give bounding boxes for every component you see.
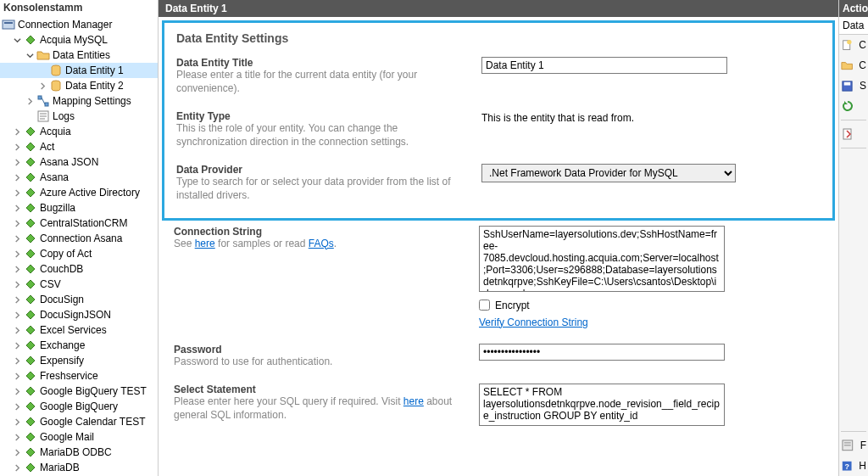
connection-icon: [24, 155, 37, 169]
chevron-right-icon[interactable]: [13, 463, 22, 473]
properties-icon: [841, 439, 854, 452]
tree-connection-item[interactable]: CentralStationCRM: [0, 216, 158, 231]
tree-data-entity-1[interactable]: Data Entity 1: [0, 63, 158, 78]
tree-data-entities[interactable]: Data Entities: [0, 48, 158, 63]
actions-header: Actio: [839, 0, 868, 17]
tree-connection-item[interactable]: Google BigQuery: [0, 399, 158, 414]
tree-label: Excel Services: [40, 324, 107, 336]
password-input[interactable]: [479, 344, 725, 361]
tree-connection-item[interactable]: Expensify: [0, 353, 158, 368]
tree-connection-item[interactable]: DocuSign: [0, 292, 158, 307]
tree-connection-item[interactable]: MariaDB: [0, 460, 158, 475]
tree-mapping-settings[interactable]: Mapping Settings: [0, 93, 158, 109]
connection-icon: [24, 400, 37, 413]
connstr-here-link[interactable]: here: [195, 238, 215, 249]
folder-icon: [841, 59, 853, 72]
tree-label: Acquia: [40, 126, 71, 137]
tree-connection-item[interactable]: Freshservice: [0, 368, 158, 384]
action-refresh[interactable]: [839, 96, 868, 116]
encrypt-label: Encrypt: [495, 300, 530, 311]
tree-acquia-mysql[interactable]: Acquia MySQL: [0, 32, 158, 48]
chevron-right-icon[interactable]: [13, 188, 22, 198]
tree-connection-item[interactable]: CouchDB: [0, 261, 158, 277]
chevron-down-icon[interactable]: [13, 36, 22, 45]
tree-label: MariaDB ODBC: [40, 446, 112, 458]
title-input[interactable]: [481, 57, 727, 74]
tree-connection-item[interactable]: DocuSignJSON: [0, 307, 158, 322]
chevron-right-icon[interactable]: [13, 204, 22, 213]
tree-logs[interactable]: Logs: [0, 109, 158, 124]
connection-icon: [24, 445, 37, 459]
action-export[interactable]: [839, 124, 868, 144]
tree-root[interactable]: Connection Manager: [0, 17, 158, 32]
tree-label: Connection Asana: [40, 232, 122, 244]
chevron-right-icon[interactable]: [13, 311, 22, 320]
connection-icon: [24, 415, 37, 428]
chevron-down-icon[interactable]: [25, 51, 35, 60]
chevron-right-icon[interactable]: [38, 81, 47, 91]
action-properties[interactable]: F: [839, 435, 868, 456]
chevron-right-icon[interactable]: [13, 372, 22, 381]
chevron-right-icon[interactable]: [13, 417, 22, 427]
tree-connection-item[interactable]: Google Mail: [0, 429, 158, 445]
connection-icon: [24, 323, 37, 337]
connection-icon: [24, 232, 37, 245]
tree-connection-item[interactable]: Asana JSON: [0, 154, 158, 170]
form-scroll[interactable]: Data Entity Settings Data Entity Title P…: [159, 17, 838, 476]
tree-label: Logs: [53, 110, 75, 122]
chevron-right-icon[interactable]: [25, 97, 35, 106]
chevron-right-icon[interactable]: [13, 280, 22, 289]
tree-connection-item[interactable]: Excel Services: [0, 322, 158, 338]
chevron-right-icon[interactable]: [13, 173, 22, 182]
entity-type-value: This is the entity that is read from.: [481, 110, 821, 124]
chevron-right-icon[interactable]: [13, 234, 22, 244]
chevron-right-icon[interactable]: [13, 433, 22, 442]
action-copy[interactable]: C: [839, 55, 868, 76]
connection-manager-icon: [2, 18, 15, 31]
tree-connection-item[interactable]: MariaDB ODBC: [0, 445, 158, 460]
action-clone[interactable]: C: [839, 35, 868, 55]
tree-label: Data Entity 2: [65, 80, 124, 92]
chevron-right-icon[interactable]: [13, 387, 22, 396]
tree-connection-item[interactable]: Connection Asana: [0, 231, 158, 246]
chevron-right-icon[interactable]: [13, 219, 22, 228]
entity-type-desc: This is the role of your entity. You can…: [176, 122, 465, 148]
chevron-right-icon[interactable]: [13, 143, 22, 152]
select-here-link[interactable]: here: [403, 395, 424, 407]
tree-label: Google BigQuery TEST: [40, 385, 147, 397]
verify-link[interactable]: Verify Connection String: [479, 316, 588, 328]
connection-icon: [24, 171, 37, 184]
chevron-right-icon[interactable]: [13, 295, 22, 305]
chevron-right-icon[interactable]: [13, 341, 22, 350]
action-save[interactable]: S: [839, 76, 868, 96]
connstr-textarea[interactable]: SshUserName=layersolutions.dev;SshHostNa…: [479, 226, 725, 292]
tree-connection-item[interactable]: Asana: [0, 170, 158, 185]
chevron-right-icon[interactable]: [13, 127, 22, 137]
tree-data-entity-2[interactable]: Data Entity 2: [0, 78, 158, 93]
tree-connection-item[interactable]: Google Calendar TEST: [0, 414, 158, 429]
save-icon: [841, 79, 854, 92]
tree-connection-item[interactable]: Exchange: [0, 338, 158, 353]
chevron-right-icon[interactable]: [13, 448, 22, 457]
tree-connection-item[interactable]: Copy of Act: [0, 246, 158, 261]
tree-connection-item[interactable]: Bugzilla: [0, 200, 158, 216]
chevron-right-icon[interactable]: [13, 158, 22, 167]
tree-label: Azure Active Directory: [40, 187, 140, 199]
encrypt-checkbox[interactable]: [479, 300, 490, 311]
chevron-right-icon[interactable]: [13, 265, 22, 274]
provider-select[interactable]: .Net Framework Data Provider for MySQL: [481, 164, 736, 182]
tree-connection-item[interactable]: Act: [0, 139, 158, 154]
chevron-right-icon[interactable]: [13, 356, 22, 366]
chevron-right-icon[interactable]: [13, 326, 22, 335]
chevron-right-icon[interactable]: [13, 402, 22, 412]
tree-label: Mapping Settings: [53, 95, 131, 107]
tree-connection-item[interactable]: Azure Active Directory: [0, 185, 158, 200]
action-help[interactable]: ?H: [839, 456, 868, 476]
chevron-right-icon[interactable]: [13, 249, 22, 259]
tree-connection-item[interactable]: CSV: [0, 277, 158, 292]
actions-tab[interactable]: Data: [839, 17, 868, 35]
tree-connection-item[interactable]: Google BigQuery TEST: [0, 384, 158, 399]
tree-connection-item[interactable]: Acquia: [0, 124, 158, 139]
connstr-faqs-link[interactable]: FAQs: [309, 238, 334, 249]
select-textarea[interactable]: SELECT * FROM layersolutionsdetnkqrpve.n…: [479, 384, 725, 426]
